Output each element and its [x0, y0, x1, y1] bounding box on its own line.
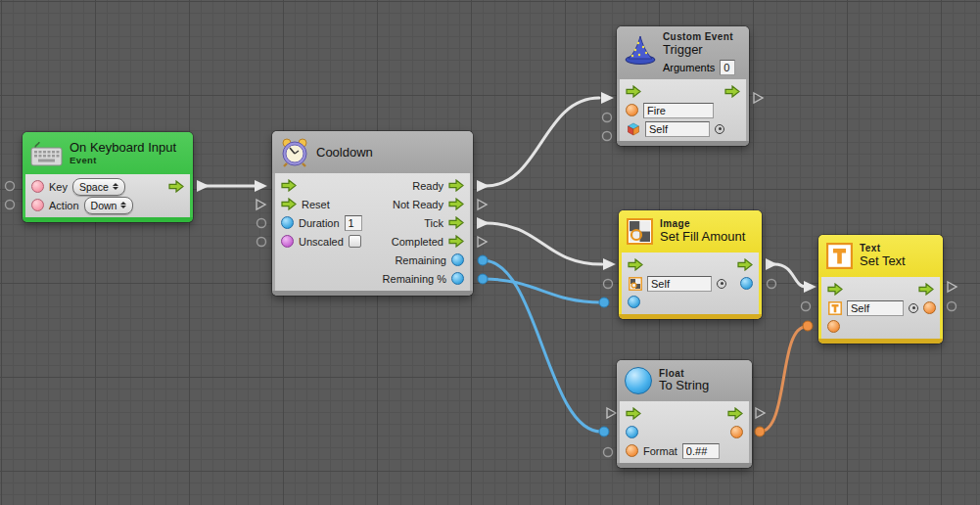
cooldown-in-arrowhead[interactable] — [255, 180, 267, 192]
flow-in-arrow[interactable] — [628, 258, 643, 271]
flow-in-arrow[interactable] — [626, 407, 641, 420]
tostring-format-ext-port[interactable] — [604, 448, 613, 457]
updown-icon — [113, 183, 118, 190]
completed-out-arrow[interactable] — [448, 235, 464, 248]
tostring-value-ext-port[interactable] — [599, 427, 609, 436]
image-fill-ext-port[interactable] — [599, 298, 609, 307]
cooldown-reset-ext-port[interactable] — [257, 200, 265, 209]
flow-out-arrow[interactable] — [737, 258, 753, 271]
flow-in-arrow[interactable] — [281, 179, 297, 192]
node-image-set-fill-amount[interactable]: Image Set Fill Amount — [619, 210, 762, 319]
remaining-label: Remaining — [395, 254, 446, 266]
settext-out-ext-port[interactable] — [948, 282, 957, 292]
keyboard-action-ext-port[interactable] — [6, 201, 15, 209]
key-dropdown[interactable]: Space — [72, 178, 125, 196]
image-in-arrowhead[interactable] — [603, 258, 616, 270]
image-out-arrowhead[interactable] — [766, 258, 777, 270]
wire-remainingpct-to-image[interactable] — [483, 279, 601, 302]
remainingpct-port[interactable] — [451, 272, 464, 285]
flow-out-arrow[interactable] — [918, 283, 934, 296]
node-float-to-string[interactable]: Float To String Format — [617, 360, 752, 468]
tostring-result-ext-port[interactable] — [755, 427, 765, 436]
string-result-port[interactable] — [730, 426, 743, 438]
object-picker-icon[interactable] — [909, 303, 918, 313]
duration-input[interactable] — [345, 215, 362, 231]
target-self-input[interactable] — [645, 121, 710, 137]
trigger-target-ext-port[interactable] — [603, 132, 612, 141]
event-name-port[interactable] — [626, 104, 638, 116]
settext-in-arrowhead[interactable] — [804, 281, 817, 293]
text-self-input[interactable] — [847, 300, 904, 316]
image-self-input[interactable] — [647, 276, 712, 292]
arguments-label: Arguments — [663, 62, 715, 74]
flow-out-arrow[interactable] — [727, 407, 743, 420]
action-dropdown[interactable]: Down — [84, 197, 134, 214]
cooldown-unscaled-ext-port[interactable] — [257, 238, 266, 247]
text-target-port[interactable] — [827, 300, 842, 315]
graph-canvas[interactable]: On Keyboard Input Event Key Space Action — [0, 0, 980, 505]
tostring-flowin-ext-port[interactable] — [607, 408, 616, 418]
object-picker-icon[interactable] — [715, 124, 724, 134]
object-picker-icon[interactable] — [717, 279, 726, 289]
keyboard-out-arrowhead[interactable] — [197, 180, 210, 192]
cooldown-notready-ext-port[interactable] — [478, 200, 487, 209]
settext-result-ext-port[interactable] — [948, 302, 957, 311]
notready-out-arrow[interactable] — [448, 198, 464, 210]
trigger-out-ext-port[interactable] — [754, 93, 763, 103]
cooldown-completed-ext-port[interactable] — [478, 237, 487, 247]
cooldown-duration-ext-port[interactable] — [257, 219, 266, 228]
image-target-ext-port[interactable] — [604, 280, 613, 289]
trigger-name-ext-port[interactable] — [603, 114, 612, 122]
text-value-port[interactable] — [827, 320, 840, 333]
unscaled-port[interactable] — [281, 235, 294, 248]
unscaled-checkbox[interactable] — [349, 235, 361, 248]
cooldown-remainingpct-ext-port[interactable] — [478, 274, 488, 284]
settext-value-ext-port[interactable] — [803, 321, 813, 331]
duration-port[interactable] — [281, 216, 294, 229]
image-icon — [627, 218, 653, 245]
fill-amount-port[interactable] — [628, 296, 640, 308]
arguments-input[interactable] — [720, 60, 735, 75]
flow-out-arrow[interactable] — [724, 85, 740, 98]
cooldown-remaining-ext-port[interactable] — [478, 255, 488, 265]
format-port[interactable] — [626, 444, 638, 457]
alarm-clock-icon — [280, 138, 309, 167]
event-name-input[interactable] — [643, 103, 714, 118]
tick-out-arrow[interactable] — [448, 216, 464, 229]
gameobject-port[interactable] — [626, 121, 640, 136]
flow-in-arrow[interactable] — [827, 283, 843, 296]
wire-remaining-to-tostring[interactable] — [483, 260, 601, 432]
action-label: Action — [49, 200, 79, 211]
node-custom-event-trigger[interactable]: Custom Event Trigger Arguments — [617, 26, 749, 146]
tostring-flowout-ext-port[interactable] — [756, 408, 765, 418]
wire-image-to-settext[interactable] — [774, 264, 806, 287]
wire-tick-to-image[interactable] — [486, 223, 602, 264]
key-port[interactable] — [31, 180, 44, 193]
gameobject-cube-icon — [627, 122, 640, 136]
text-result-port[interactable] — [923, 301, 936, 314]
node-text-set-text[interactable]: Text Set Text — [818, 235, 943, 344]
flow-out-arrow[interactable] — [168, 180, 184, 193]
ready-out-arrow[interactable] — [448, 179, 464, 192]
reset-in-arrow[interactable] — [281, 198, 297, 210]
wire-ready-to-trigger[interactable] — [486, 98, 599, 186]
remaining-port[interactable] — [451, 253, 464, 266]
cooldown-tick-arrowhead[interactable] — [477, 217, 490, 229]
format-label: Format — [643, 445, 677, 457]
settext-target-ext-port[interactable] — [802, 302, 811, 311]
image-result-port[interactable] — [740, 277, 753, 290]
keyboard-key-ext-port[interactable] — [6, 182, 15, 191]
node-cooldown[interactable]: Cooldown Ready Reset Not Ready Dur — [272, 131, 473, 296]
image-result-ext-port[interactable] — [768, 280, 776, 289]
wire-tostring-to-settext[interactable] — [760, 327, 806, 432]
node-on-keyboard-input[interactable]: On Keyboard Input Event Key Space Action — [23, 132, 193, 222]
image-target-port[interactable] — [628, 276, 642, 291]
format-input[interactable] — [682, 443, 720, 459]
flow-in-arrow[interactable] — [626, 85, 641, 98]
node-title: Trigger — [663, 43, 735, 58]
float-value-port[interactable] — [626, 426, 638, 438]
trigger-in-arrowhead[interactable] — [601, 92, 614, 104]
cooldown-ready-arrowhead[interactable] — [477, 180, 490, 192]
tick-label: Tick — [424, 217, 443, 229]
action-port[interactable] — [31, 199, 44, 211]
